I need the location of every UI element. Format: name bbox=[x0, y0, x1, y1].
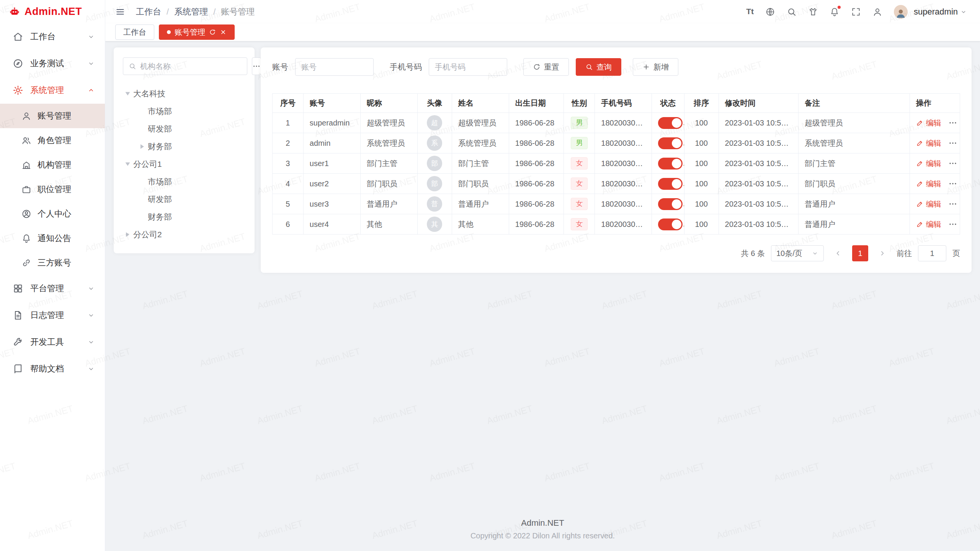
footer-copyright: Copyright © 2022 Dilon All rights reserv… bbox=[114, 531, 972, 540]
edit-button[interactable]: 编辑 bbox=[916, 199, 941, 209]
cell-birthdate: 1986-06-28 bbox=[509, 194, 564, 214]
font-size-icon[interactable]: Tt bbox=[746, 7, 754, 17]
sidebar-item-personal-center[interactable]: 个人中心 bbox=[0, 202, 105, 226]
prev-page-button[interactable] bbox=[830, 245, 846, 261]
search-button[interactable]: 查询 bbox=[576, 58, 621, 76]
briefcase-icon bbox=[21, 184, 31, 194]
wrench-icon bbox=[13, 337, 23, 347]
sidebar-item-notice[interactable]: 通知公告 bbox=[0, 226, 105, 251]
cell-gender: 女 bbox=[564, 153, 595, 174]
more-actions-button[interactable] bbox=[948, 139, 957, 148]
more-actions-button[interactable] bbox=[948, 220, 957, 229]
caret-down-icon[interactable] bbox=[126, 92, 130, 96]
search-icon[interactable] bbox=[787, 7, 797, 17]
edit-button[interactable]: 编辑 bbox=[916, 219, 941, 230]
tab-close-icon[interactable] bbox=[220, 29, 227, 36]
cell-phone: 18020030720 bbox=[595, 194, 652, 214]
row-avatar: 普 bbox=[427, 196, 442, 212]
content-area: 大名科技 市场部 研发部 财务部 bbox=[105, 41, 980, 551]
page-size-select[interactable]: 10条/页 bbox=[771, 245, 824, 261]
cards-row: 大名科技 市场部 研发部 财务部 bbox=[114, 47, 972, 273]
status-toggle[interactable] bbox=[658, 218, 683, 230]
plus-icon bbox=[642, 63, 650, 71]
breadcrumb-current-page: 账号管理 bbox=[221, 6, 255, 18]
notification-bell-icon[interactable] bbox=[830, 7, 840, 17]
chevron-left-icon bbox=[834, 249, 842, 257]
more-actions-button[interactable] bbox=[948, 199, 957, 209]
status-toggle[interactable] bbox=[658, 117, 683, 129]
edit-button[interactable]: 编辑 bbox=[916, 118, 941, 128]
add-button[interactable]: 新增 bbox=[633, 58, 678, 76]
tree-node[interactable]: 市场部 bbox=[123, 173, 245, 191]
goto-page-input[interactable] bbox=[918, 245, 946, 261]
tab-refresh-icon[interactable] bbox=[209, 29, 216, 36]
sidebar-item-position-management[interactable]: 职位管理 bbox=[0, 177, 105, 202]
tree-node[interactable]: 大名科技 bbox=[123, 85, 245, 103]
sidebar-item-dev-tools[interactable]: 开发工具 bbox=[0, 329, 105, 355]
table-row: 6 user4 其他 其 其他 1986-06-28 女 18020030720 bbox=[273, 214, 960, 235]
theme-icon[interactable] bbox=[808, 7, 818, 17]
sidebar-item-account-management[interactable]: 账号管理 bbox=[0, 104, 105, 128]
more-actions-button[interactable] bbox=[948, 118, 957, 127]
status-toggle[interactable] bbox=[658, 178, 683, 190]
language-icon[interactable] bbox=[765, 7, 775, 17]
sidebar-item-business-test[interactable]: 业务测试 bbox=[0, 50, 105, 77]
cell-index: 1 bbox=[273, 113, 304, 133]
next-page-button[interactable] bbox=[874, 245, 890, 261]
cell-nickname: 系统管理员 bbox=[360, 133, 417, 153]
sidebar-item-platform-management[interactable]: 平台管理 bbox=[0, 275, 105, 302]
more-actions-button[interactable] bbox=[948, 159, 957, 168]
reset-button[interactable]: 重置 bbox=[523, 58, 569, 76]
status-toggle[interactable] bbox=[658, 198, 683, 210]
cell-index: 4 bbox=[273, 174, 304, 194]
sidebar-item-log-management[interactable]: 日志管理 bbox=[0, 302, 105, 329]
caret-right-icon[interactable] bbox=[126, 232, 129, 237]
account-input[interactable] bbox=[295, 58, 374, 76]
tree-node[interactable]: 分公司2 bbox=[123, 226, 245, 243]
org-more-button[interactable] bbox=[252, 57, 261, 75]
edit-button[interactable]: 编辑 bbox=[916, 158, 941, 169]
tree-node[interactable]: 研发部 bbox=[123, 191, 245, 208]
tree-node[interactable]: 财务部 bbox=[123, 138, 245, 155]
sidebar-item-system-management[interactable]: 系统管理 bbox=[0, 77, 105, 104]
phone-input[interactable] bbox=[429, 58, 507, 76]
caret-placeholder bbox=[140, 197, 144, 202]
caret-right-icon[interactable] bbox=[140, 144, 144, 149]
profile-icon[interactable] bbox=[872, 7, 882, 17]
sidebar-item-role-management[interactable]: 角色管理 bbox=[0, 128, 105, 153]
tree-node[interactable]: 分公司1 bbox=[123, 155, 245, 173]
tab-account-management[interactable]: 账号管理 bbox=[159, 24, 235, 40]
edit-button[interactable]: 编辑 bbox=[916, 179, 941, 189]
tree-node[interactable]: 市场部 bbox=[123, 103, 245, 120]
sidebar-item-help-docs[interactable]: 帮助文档 bbox=[0, 355, 105, 382]
row-avatar: 部 bbox=[427, 176, 442, 191]
sidebar-item-workbench[interactable]: 工作台 bbox=[0, 23, 105, 50]
edit-icon bbox=[916, 160, 923, 167]
tree-node[interactable]: 研发部 bbox=[123, 120, 245, 138]
add-button-label: 新增 bbox=[653, 62, 669, 72]
user-menu[interactable]: superadmin bbox=[914, 7, 967, 17]
edit-button[interactable]: 编辑 bbox=[916, 138, 941, 148]
chevron-down-icon bbox=[87, 365, 95, 373]
breadcrumb-separator: / bbox=[167, 7, 169, 17]
tab-workbench[interactable]: 工作台 bbox=[115, 24, 154, 40]
more-actions-button[interactable] bbox=[948, 179, 957, 188]
pagination: 共 6 条 10条/页 1 bbox=[272, 245, 960, 261]
cell-order: 100 bbox=[684, 113, 719, 133]
table-row: 5 user3 普通用户 普 普通用户 1986-06-28 女 1802003… bbox=[273, 194, 960, 214]
breadcrumb-home[interactable]: 工作台 bbox=[136, 6, 161, 18]
tree-node[interactable]: 财务部 bbox=[123, 208, 245, 226]
org-search-input[interactable] bbox=[140, 62, 242, 71]
hamburger-menu-icon[interactable] bbox=[115, 7, 125, 17]
caret-down-icon[interactable] bbox=[126, 163, 130, 166]
status-toggle[interactable] bbox=[658, 158, 683, 170]
page-number-button[interactable]: 1 bbox=[852, 245, 868, 261]
avatar[interactable] bbox=[894, 5, 908, 19]
fullscreen-icon[interactable] bbox=[851, 7, 861, 17]
sidebar-item-org-management[interactable]: 机构管理 bbox=[0, 153, 105, 177]
page-footer: Admin.NET Copyright © 2022 Dilon All rig… bbox=[114, 505, 972, 551]
status-toggle[interactable] bbox=[658, 137, 683, 149]
chevron-down-icon bbox=[87, 338, 95, 346]
breadcrumb-section[interactable]: 系统管理 bbox=[174, 6, 208, 18]
sidebar-item-third-party-account[interactable]: 三方账号 bbox=[0, 251, 105, 275]
